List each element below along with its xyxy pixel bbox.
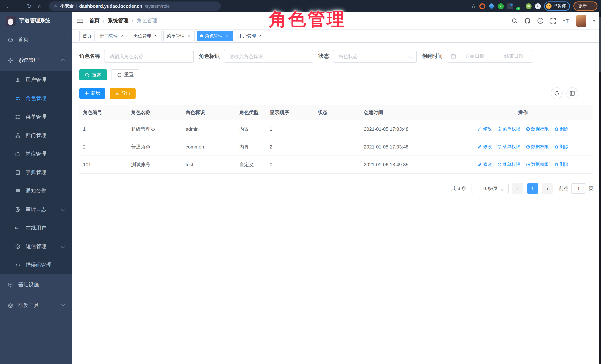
sidebar-item-departments[interactable]: 部门管理: [0, 126, 72, 145]
filter-role-key: 角色标识: [199, 50, 313, 63]
tag-menus[interactable]: 菜单管理×: [163, 31, 195, 41]
menu-permission-link[interactable]: 菜单权限: [497, 144, 520, 150]
tag-departments[interactable]: 部门管理×: [97, 31, 128, 41]
breadcrumb-system[interactable]: 系统管理: [108, 17, 129, 24]
sidebar-item-dict[interactable]: 字典管理: [0, 163, 72, 182]
extension-icon-seven[interactable]: 7: [498, 3, 504, 9]
row-actions: 修改 菜单权限 数据权限 删除: [453, 126, 593, 132]
search-button[interactable]: 搜索: [79, 69, 107, 80]
sidebar-item-audit-log[interactable]: 审计日志: [0, 200, 72, 219]
page-1-button[interactable]: 1: [527, 183, 538, 194]
delete-link[interactable]: 删除: [554, 126, 568, 132]
browser-menu-dots-icon[interactable]: ⋮: [590, 3, 594, 9]
address-bar[interactable]: ⚠ 不安全 dashboard.yudao.iocoder.cn /system…: [49, 1, 221, 11]
status-select[interactable]: [333, 50, 417, 63]
column-settings-button[interactable]: [566, 87, 578, 99]
browser-forward-icon[interactable]: →: [14, 3, 24, 9]
menu-permission-link[interactable]: 菜单权限: [497, 126, 520, 132]
sidebar-item-dev-tools[interactable]: 研发工具: [0, 295, 72, 316]
close-icon[interactable]: ×: [153, 33, 158, 39]
start-date-placeholder[interactable]: 开始日期: [459, 53, 490, 60]
menu-permission-link[interactable]: 菜单权限: [497, 161, 520, 168]
tag-home[interactable]: 首页: [79, 31, 95, 41]
hamburger-icon[interactable]: [77, 18, 83, 23]
created-time: 2021-01-05 17:03:48: [360, 144, 453, 150]
data-permission-link[interactable]: 数据权限: [526, 144, 549, 150]
refresh-table-button[interactable]: [551, 87, 563, 99]
extension-icon-monkey[interactable]: [525, 3, 531, 9]
close-icon[interactable]: ×: [120, 33, 125, 39]
data-permission-link[interactable]: 数据权限: [526, 126, 549, 132]
fullscreen-icon[interactable]: [550, 18, 556, 24]
scrollbar-thumb[interactable]: [599, 17, 601, 72]
status-select-input[interactable]: [333, 50, 417, 63]
chevron-down-icon: [61, 282, 65, 286]
close-icon[interactable]: ×: [258, 33, 263, 39]
breadcrumb-home[interactable]: 首页: [89, 17, 100, 24]
browser-home-icon[interactable]: ⌂: [35, 3, 44, 9]
font-size-icon[interactable]: TT: [563, 18, 570, 24]
edit-link[interactable]: 修改: [478, 161, 492, 168]
sidebar-item-users[interactable]: 用户管理: [0, 71, 72, 89]
scrollbar[interactable]: [599, 12, 601, 364]
delete-link[interactable]: 删除: [554, 161, 568, 168]
next-page-button[interactable]: ›: [542, 183, 553, 194]
extension-icon-puzzle[interactable]: ★: [535, 3, 541, 9]
column-header: 状态: [314, 109, 360, 116]
extension-icon-on[interactable]: on: [516, 3, 522, 9]
role-key-input[interactable]: [224, 50, 313, 63]
range-separator: -: [494, 53, 495, 59]
add-button[interactable]: 新增: [79, 88, 105, 99]
end-date-placeholder[interactable]: 结束日期: [498, 53, 529, 60]
sidebar-item-posts[interactable]: 岗位管理: [0, 145, 72, 163]
role-name-input[interactable]: [104, 50, 194, 63]
table-row: 2 普通角色 common 内置 2 2021-01-05 17:03:48 修…: [79, 138, 593, 156]
browser-update-button[interactable]: 更新 ⋮: [573, 1, 598, 11]
avatar[interactable]: [576, 15, 586, 27]
role-id: 101: [79, 162, 127, 167]
sidebar-item-online-users[interactable]: 在线用户: [0, 219, 72, 237]
close-icon[interactable]: ×: [224, 33, 230, 39]
extension-icon-gem[interactable]: [488, 3, 494, 9]
page-size-select[interactable]: 10条/页: [471, 183, 509, 194]
edit-link[interactable]: 修改: [478, 126, 492, 132]
sidebar-item-roles[interactable]: 角色管理: [0, 89, 72, 108]
sidebar-item-menus[interactable]: 菜单管理: [0, 108, 72, 126]
caret-down-icon[interactable]: [592, 20, 596, 22]
close-icon[interactable]: ×: [186, 33, 191, 39]
browser-reload-icon[interactable]: ↻: [24, 3, 34, 10]
help-icon[interactable]: ?: [537, 17, 544, 24]
data-permission-link[interactable]: 数据权限: [526, 161, 549, 168]
browser-back-icon[interactable]: ←: [4, 3, 13, 9]
delete-link[interactable]: 删除: [554, 144, 568, 150]
edit-icon: [478, 163, 482, 167]
tag-users[interactable]: 用户管理×: [235, 31, 266, 41]
goto-page-input[interactable]: [571, 183, 586, 194]
sidebar-item-infrastructure[interactable]: 基础设施: [0, 274, 72, 295]
svg-text:?: ?: [539, 19, 541, 23]
sidebar-item-notice[interactable]: 通知公告: [0, 182, 72, 200]
export-button[interactable]: 导出: [110, 88, 136, 99]
tag-posts[interactable]: 岗位管理×: [130, 31, 161, 41]
reset-button[interactable]: 重置: [111, 69, 139, 80]
logo-band[interactable]: 芋道管理系统: [0, 12, 72, 29]
paused-badge[interactable]: 已暂停: [544, 1, 570, 11]
sidebar-item-home[interactable]: 首页: [0, 29, 72, 50]
filter-label: 创建时间: [422, 53, 443, 60]
sidebar-item-error-codes[interactable]: 错误码管理: [0, 256, 72, 274]
extension-icon-grid[interactable]: [507, 3, 513, 9]
search-icon[interactable]: [511, 18, 518, 24]
role-name: 普通角色: [127, 144, 182, 150]
tag-roles-active[interactable]: 角色管理×: [197, 31, 233, 41]
sidebar-item-sms[interactable]: 短信管理: [0, 237, 72, 256]
bookmark-star-icon[interactable]: ☆: [471, 3, 476, 9]
date-range-picker[interactable]: 开始日期 - 结束日期: [447, 50, 533, 63]
edit-link[interactable]: 修改: [478, 144, 492, 150]
github-icon[interactable]: [524, 17, 531, 24]
add-button-label: 新增: [91, 90, 100, 97]
extension-icon-ring[interactable]: [479, 3, 485, 9]
role-key: admin: [182, 126, 236, 132]
prev-page-button[interactable]: ‹: [512, 183, 523, 194]
tag-label: 角色管理: [205, 33, 223, 39]
sidebar-item-system[interactable]: 系统管理: [0, 50, 72, 71]
